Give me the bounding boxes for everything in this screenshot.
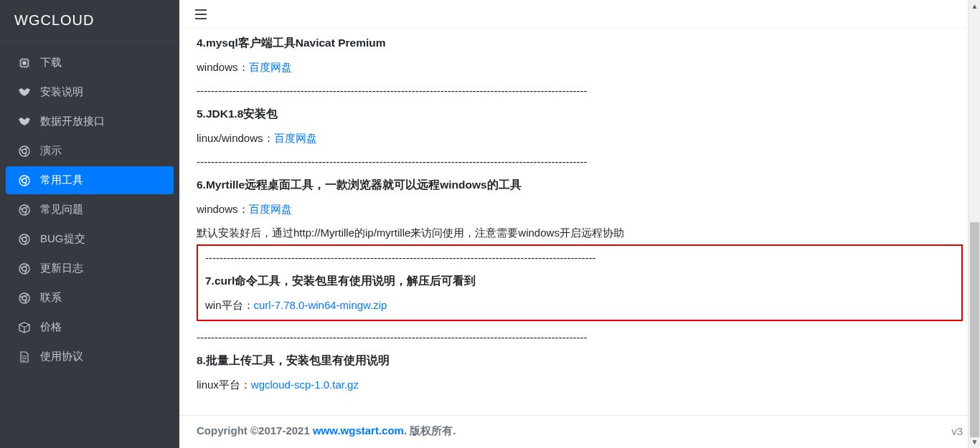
divider: ----------------------------------------…: [197, 85, 963, 97]
content-line: linux/windows：百度网盘: [197, 132, 963, 146]
chip-icon: [16, 57, 33, 69]
footer-version: v3: [951, 425, 963, 437]
section-title: 7.curl命令工具，安装包里有使用说明，解压后可看到: [205, 274, 954, 289]
brand-logo[interactable]: WGCLOUD: [0, 0, 179, 42]
highlighted-section: ----------------------------------------…: [197, 244, 963, 321]
sidebar-item-label: 演示: [40, 144, 62, 158]
line-prefix: linux平台：: [197, 378, 251, 391]
sidebar-item-9[interactable]: 价格: [6, 313, 174, 341]
svg-rect-1: [23, 61, 27, 65]
section-title: 8.批量上传工具，安装包里有使用说明: [197, 353, 963, 368]
content-line: windows：百度网盘: [197, 61, 963, 75]
menu-toggle-button[interactable]: [191, 4, 211, 24]
chrome-icon: [16, 263, 33, 275]
sidebar-item-label: 价格: [40, 320, 62, 334]
chrome-icon: [16, 292, 33, 304]
footer: Copyright ©2017-2021 www.wgstart.com. 版权…: [179, 415, 980, 448]
sidebar-item-label: 使用协议: [40, 350, 83, 363]
line-prefix: windows：: [197, 203, 249, 215]
divider: ----------------------------------------…: [205, 252, 954, 264]
scroll-down-arrow[interactable]: ▼: [969, 436, 980, 448]
download-link[interactable]: 百度网盘: [274, 132, 317, 144]
section-title: 4.mysql客户端工具Navicat Premium: [197, 36, 963, 51]
scrollbar-thumb[interactable]: [970, 222, 979, 437]
content-area: 4.mysql客户端工具Navicat Premiumwindows：百度网盘-…: [179, 29, 980, 415]
sidebar-item-label: BUG提交: [40, 232, 85, 246]
vertical-scrollbar[interactable]: ▲ ▼: [968, 0, 980, 448]
sidebar-item-1[interactable]: 安装说明: [6, 78, 174, 106]
sidebar-item-label: 数据开放接口: [40, 115, 105, 128]
divider: ----------------------------------------…: [197, 331, 963, 343]
sidebar: WGCLOUD 下载安装说明数据开放接口演示常用工具常见问题BUG提交更新日志联…: [0, 0, 179, 448]
sidebar-item-0[interactable]: 下载: [6, 49, 174, 77]
line-prefix: linux/windows：: [197, 132, 274, 144]
sidebar-item-3[interactable]: 演示: [6, 137, 174, 165]
sidebar-nav: 下载安装说明数据开放接口演示常用工具常见问题BUG提交更新日志联系价格使用协议: [0, 42, 179, 379]
chrome-icon: [16, 234, 33, 245]
sidebar-item-10[interactable]: 使用协议: [6, 343, 174, 371]
box-icon: [16, 322, 33, 333]
sidebar-item-label: 常用工具: [40, 173, 83, 187]
content-line: 默认安装好后，通过http://Myrtille的ip/myrtille来访问使…: [197, 227, 963, 240]
main-area: 4.mysql客户端工具Navicat Premiumwindows：百度网盘-…: [179, 0, 980, 448]
content-line: windows：百度网盘: [197, 203, 963, 216]
line-prefix: windows：: [197, 61, 249, 73]
sidebar-item-label: 常见问题: [40, 203, 83, 216]
sidebar-item-4[interactable]: 常用工具: [6, 166, 174, 194]
sidebar-item-8[interactable]: 联系: [6, 284, 174, 312]
handshake-icon: [16, 87, 33, 97]
content-line: win平台：curl-7.78.0-win64-mingw.zip: [205, 299, 954, 313]
section-title: 5.JDK1.8安装包: [197, 107, 963, 122]
download-link[interactable]: curl-7.78.0-win64-mingw.zip: [254, 299, 387, 311]
sidebar-item-label: 下载: [40, 56, 62, 70]
topbar: [179, 0, 980, 29]
sidebar-item-label: 更新日志: [40, 262, 83, 275]
section-title: 6.Myrtille远程桌面工具，一款浏览器就可以远程windows的工具: [197, 178, 963, 193]
sidebar-item-label: 联系: [40, 291, 62, 305]
chrome-icon: [16, 204, 33, 216]
scroll-up-arrow[interactable]: ▲: [969, 0, 980, 12]
content-line: linux平台：wgcloud-scp-1.0.tar.gz: [197, 378, 963, 392]
hamburger-icon: [195, 9, 207, 19]
sidebar-item-6[interactable]: BUG提交: [6, 225, 174, 253]
sidebar-item-label: 安装说明: [40, 85, 83, 99]
sidebar-item-5[interactable]: 常见问题: [6, 196, 174, 224]
download-link[interactable]: wgcloud-scp-1.0.tar.gz: [251, 378, 359, 391]
line-prefix: win平台：: [205, 299, 254, 311]
footer-site-link[interactable]: www.wgstart.com: [313, 424, 404, 437]
chrome-icon: [16, 146, 33, 157]
footer-copyright: Copyright ©2017-2021 www.wgstart.com. 版权…: [197, 424, 456, 438]
chrome-icon: [16, 175, 33, 186]
handshake-icon: [16, 117, 33, 127]
divider: ----------------------------------------…: [197, 156, 963, 168]
file-icon: [16, 351, 33, 363]
sidebar-item-7[interactable]: 更新日志: [6, 254, 174, 282]
sidebar-item-2[interactable]: 数据开放接口: [6, 108, 174, 135]
download-link[interactable]: 百度网盘: [249, 203, 292, 215]
download-link[interactable]: 百度网盘: [249, 61, 292, 73]
